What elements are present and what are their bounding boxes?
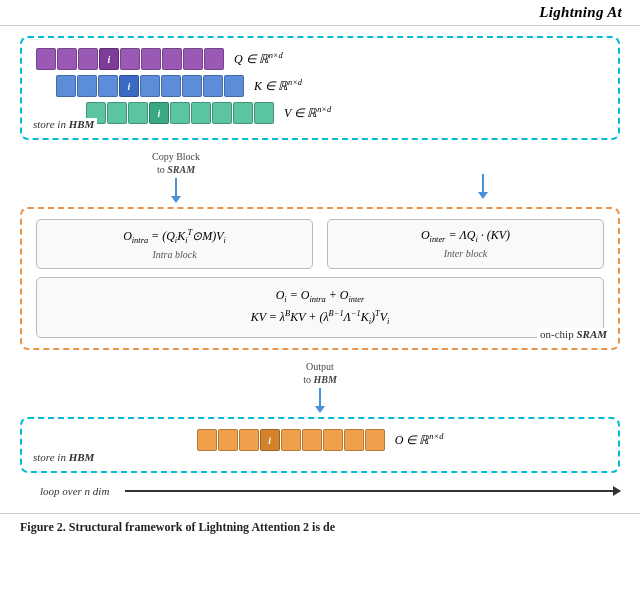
sram-box: Ointra = (QiKiT⊙M)Vi Intra block Ointer …	[20, 207, 620, 350]
copy-arrow-left: Copy Blockto SRAM	[152, 150, 200, 203]
qkv-section: i Q ∈ ℝn×d i	[36, 48, 604, 124]
k-cell	[98, 75, 118, 97]
o-cell	[218, 429, 238, 451]
v-row: i V ∈ ℝn×d	[86, 102, 604, 124]
k-cell	[140, 75, 160, 97]
arrow-line	[175, 178, 177, 196]
combined-line1: Oi = Ointra + Ointer	[51, 286, 589, 307]
o-cell	[365, 429, 385, 451]
q-cell	[36, 48, 56, 70]
k-cell	[182, 75, 202, 97]
output-arrow: Outputto HBM	[303, 360, 337, 413]
k-cell	[203, 75, 223, 97]
page-title: Lightning At	[0, 0, 640, 26]
caption-text: Figure 2. Structural framework of Lightn…	[20, 520, 335, 534]
inter-formula: Ointer = ΛQi · (KV)	[338, 228, 593, 244]
v-cell	[191, 102, 211, 124]
hbm-top-box: i Q ∈ ℝn×d i	[20, 36, 620, 140]
arrow-line-r	[482, 174, 484, 192]
arrow-head-r	[478, 192, 488, 199]
output-arrow-head	[315, 406, 325, 413]
copy-label: Copy Blockto SRAM	[152, 150, 200, 176]
intra-formula: Ointra = (QiKiT⊙M)Vi	[47, 228, 302, 245]
v-cell	[128, 102, 148, 124]
arrows-dual: Copy Blockto SRAM	[20, 150, 620, 203]
q-cell	[120, 48, 140, 70]
q-cell	[162, 48, 182, 70]
q-cell	[141, 48, 161, 70]
k-cell	[161, 75, 181, 97]
v-cell	[254, 102, 274, 124]
q-label: Q ∈ ℝn×d	[234, 51, 283, 67]
v-cell	[107, 102, 127, 124]
k-cell-i: i	[119, 75, 139, 97]
combined-line2: KV = λBKV + (λB−1Λ−1Ki)TVi	[51, 307, 589, 329]
o-cell	[302, 429, 322, 451]
v-label: V ∈ ℝn×d	[284, 105, 331, 121]
pass-arrow-right	[478, 174, 488, 203]
q-cell-i: i	[99, 48, 119, 70]
o-cell	[239, 429, 259, 451]
output-label: Outputto HBM	[303, 360, 337, 386]
output-arrows: Outputto HBM	[20, 360, 620, 413]
sram-label: on-chip SRAM	[537, 328, 610, 340]
q-array: i	[36, 48, 224, 70]
q-cell	[204, 48, 224, 70]
k-row: i K ∈ ℝn×d	[56, 75, 604, 97]
q-cell	[57, 48, 77, 70]
intra-label: Intra block	[47, 249, 302, 260]
arrow-head	[171, 196, 181, 203]
loop-section: loop over n dim	[20, 483, 620, 499]
v-cell-i: i	[149, 102, 169, 124]
loop-label: loop over n dim	[40, 485, 109, 497]
intra-box: Ointra = (QiKiT⊙M)Vi Intra block	[36, 219, 313, 269]
v-cell	[233, 102, 253, 124]
hbm-top-label: store in HBM	[30, 118, 97, 130]
v-cell	[170, 102, 190, 124]
k-array: i	[56, 75, 244, 97]
figure-caption: Figure 2. Structural framework of Lightn…	[0, 513, 640, 535]
hbm-italic: HBM	[69, 118, 95, 130]
sram-italic: SRAM	[576, 328, 607, 340]
hbm-output-italic: HBM	[69, 451, 95, 463]
output-arrow-line	[319, 388, 321, 406]
inter-label: Inter block	[338, 248, 593, 259]
main-diagram: i Q ∈ ℝn×d i	[0, 26, 640, 509]
o-cell	[197, 429, 217, 451]
k-cell	[77, 75, 97, 97]
q-cell	[78, 48, 98, 70]
o-cell	[344, 429, 364, 451]
inter-box: Ointer = ΛQi · (KV) Inter block	[327, 219, 604, 269]
k-cell	[56, 75, 76, 97]
loop-arrow	[125, 490, 620, 492]
k-cell	[224, 75, 244, 97]
hbm-output-box: i O ∈ ℝn×d store in HBM	[20, 417, 620, 473]
o-row: i O ∈ ℝn×d	[36, 429, 604, 451]
q-cell	[183, 48, 203, 70]
k-label: K ∈ ℝn×d	[254, 78, 302, 94]
v-array: i	[86, 102, 274, 124]
o-label: O ∈ ℝn×d	[395, 432, 444, 448]
v-cell	[212, 102, 232, 124]
o-cell	[323, 429, 343, 451]
intra-inter-row: Ointra = (QiKiT⊙M)Vi Intra block Ointer …	[36, 219, 604, 269]
hbm-output-label: store in HBM	[30, 451, 97, 463]
o-cell	[281, 429, 301, 451]
o-cell-i: i	[260, 429, 280, 451]
q-row: i Q ∈ ℝn×d	[36, 48, 604, 70]
combined-box: Oi = Ointra + Ointer KV = λBKV + (λB−1Λ−…	[36, 277, 604, 338]
o-array: i	[197, 429, 385, 451]
